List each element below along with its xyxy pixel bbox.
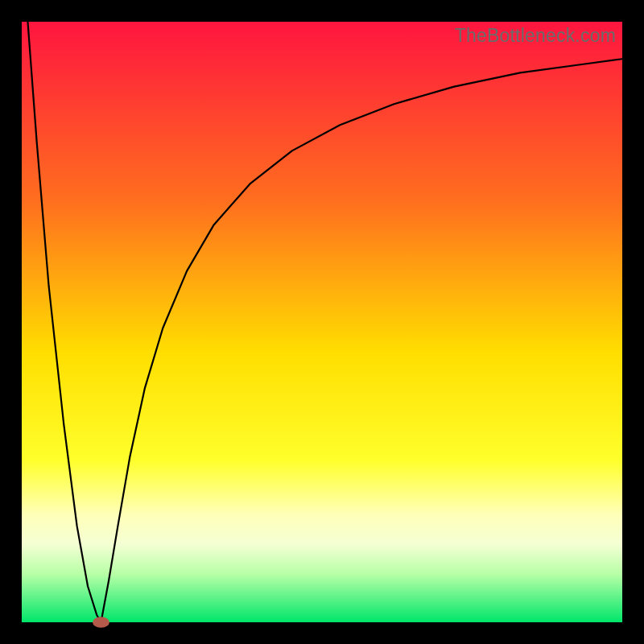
plot-area: TheBottleneck.com <box>22 22 622 622</box>
optimum-marker <box>93 617 109 627</box>
chart-frame: TheBottleneck.com <box>0 0 644 644</box>
bottleneck-curve <box>27 22 622 622</box>
curve-layer <box>22 22 622 622</box>
